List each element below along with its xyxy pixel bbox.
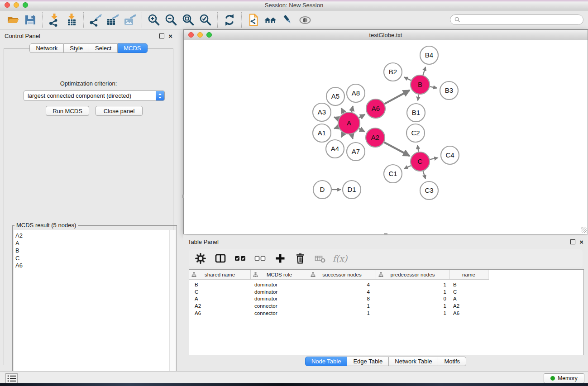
table-cell[interactable]: A2	[189, 303, 251, 309]
zoom-network-button[interactable]	[206, 32, 212, 38]
edge-A-A2[interactable]	[359, 129, 365, 132]
search-input[interactable]	[463, 16, 579, 24]
show-graphics-button[interactable]	[296, 12, 314, 28]
add-column-button[interactable]	[274, 252, 287, 265]
show-column-button[interactable]	[214, 252, 227, 265]
column-header-predecessor-nodes[interactable]: predecessor nodes	[376, 270, 449, 279]
home-button[interactable]	[262, 12, 279, 28]
edge-B-B1[interactable]	[418, 95, 419, 101]
select-all-button[interactable]	[234, 252, 247, 265]
table-cell[interactable]: 1	[376, 282, 449, 287]
edge-B-B3[interactable]	[430, 86, 437, 88]
tab-edge-table[interactable]: Edge Table	[347, 357, 389, 366]
edge-A-A8[interactable]	[352, 106, 353, 112]
task-history-button[interactable]	[5, 373, 18, 383]
function-builder-button[interactable]: f(x)	[334, 252, 346, 265]
edge-B-B2[interactable]	[404, 77, 411, 80]
edge-A-A6[interactable]	[359, 114, 365, 118]
table-cell[interactable]: A	[189, 296, 251, 301]
edge-A6-B[interactable]	[384, 90, 410, 104]
edge-C-C4[interactable]	[430, 158, 438, 160]
table-cell[interactable]: dominator	[251, 282, 308, 287]
export-image-button[interactable]	[121, 12, 139, 28]
export-network-button[interactable]	[87, 12, 104, 28]
zoom-fit-button[interactable]	[180, 12, 197, 28]
mcds-result-item[interactable]: C	[14, 255, 176, 262]
tab-motifs[interactable]: Motifs	[438, 357, 466, 366]
edge-B-B4[interactable]	[423, 67, 426, 75]
memory-button[interactable]: Memory	[544, 373, 584, 383]
table-cell[interactable]: 1	[308, 310, 376, 316]
table-cell[interactable]: A6	[189, 310, 251, 316]
mcds-result-item[interactable]: B	[14, 247, 176, 255]
column-header-MCDS-role[interactable]: MCDS role	[251, 270, 308, 279]
unselect-all-button[interactable]	[254, 252, 267, 265]
table-cell[interactable]: B	[449, 282, 488, 287]
zoom-in-button[interactable]	[145, 12, 163, 28]
minimize-window-button[interactable]	[14, 2, 19, 8]
tab-style[interactable]: Style	[64, 43, 89, 53]
frame-edge-handle[interactable]	[182, 195, 184, 198]
column-header-shared-name[interactable]: shared name	[189, 270, 251, 279]
zoom-window-button[interactable]	[23, 2, 28, 8]
table-cell[interactable]: 1	[308, 303, 376, 309]
table-cell[interactable]: 4	[308, 282, 376, 287]
delete-column-button[interactable]	[294, 252, 306, 265]
table-row[interactable]: A6connector11A6	[189, 310, 583, 317]
column-header-successor-nodes[interactable]: successor nodes	[308, 270, 376, 279]
float-panel-icon[interactable]	[570, 239, 575, 244]
table-row[interactable]: Bdominator41B	[189, 281, 583, 288]
table-cell[interactable]: C	[449, 289, 488, 295]
list-scrollbar[interactable]	[169, 230, 176, 380]
zoom-selected-button[interactable]	[197, 12, 214, 28]
edge-A-A3[interactable]	[334, 117, 339, 119]
mcds-result-item[interactable]: A2	[14, 232, 176, 240]
tab-network[interactable]: Network	[29, 43, 64, 53]
apply-layout-button[interactable]	[221, 12, 238, 28]
table-cell[interactable]: 8	[308, 296, 376, 301]
table-row[interactable]: Cdominator41C	[189, 288, 583, 295]
edge-A-A5[interactable]	[341, 108, 344, 113]
style-pen-button[interactable]	[279, 12, 296, 28]
close-panel-icon[interactable]: ×	[168, 33, 172, 39]
close-network-button[interactable]	[188, 32, 194, 38]
column-header-name[interactable]: name	[449, 270, 488, 279]
edge-A-A4[interactable]	[341, 133, 344, 138]
window-resize-grip[interactable]	[581, 227, 587, 233]
close-window-button[interactable]	[5, 2, 10, 8]
table-cell[interactable]: dominator	[251, 296, 308, 301]
table-settings-button[interactable]	[194, 252, 207, 265]
frame-edge-handle[interactable]	[384, 233, 387, 235]
close-panel-icon[interactable]: ×	[579, 238, 583, 245]
optimization-criterion-select[interactable]: largest connected component (directed)	[24, 91, 165, 101]
edge-C-C1[interactable]	[404, 166, 411, 169]
edge-C-C2[interactable]	[417, 145, 418, 152]
open-session-button[interactable]	[5, 12, 22, 28]
table-cell[interactable]: 1	[376, 303, 449, 309]
tab-node-table[interactable]: Node Table	[305, 357, 348, 366]
table-cell[interactable]: 1	[376, 289, 449, 295]
float-panel-icon[interactable]	[159, 33, 164, 38]
tab-select[interactable]: Select	[89, 43, 118, 53]
import-table-button[interactable]	[63, 12, 80, 28]
network-canvas[interactable]: AA1A2A3A4A5A6A7A8BB1B2B3B4CC1C2C3C4DD1	[184, 40, 588, 234]
table-cell[interactable]: connector	[251, 303, 308, 309]
import-network-button[interactable]	[46, 12, 63, 28]
network-document-button[interactable]	[245, 12, 262, 28]
edge-A-A7[interactable]	[352, 134, 353, 139]
save-session-button[interactable]	[22, 12, 39, 28]
table-cell[interactable]: connector	[251, 310, 308, 316]
mcds-result-item[interactable]: A6	[14, 262, 176, 270]
table-cell[interactable]: dominator	[251, 289, 308, 295]
table-cell[interactable]: 1	[376, 310, 449, 316]
delete-table-button[interactable]	[314, 252, 326, 265]
minimize-network-button[interactable]	[197, 32, 203, 38]
table-cell[interactable]: A6	[449, 310, 488, 316]
table-cell[interactable]: 0	[376, 296, 449, 301]
mcds-result-item[interactable]: A	[14, 240, 176, 248]
run-mcds-button[interactable]: Run MCDS	[46, 106, 89, 116]
edge-A-A1[interactable]	[334, 127, 338, 129]
tab-network-table[interactable]: Network Table	[389, 357, 438, 366]
zoom-out-button[interactable]	[163, 12, 180, 28]
close-panel-button[interactable]: Close panel	[96, 106, 143, 116]
